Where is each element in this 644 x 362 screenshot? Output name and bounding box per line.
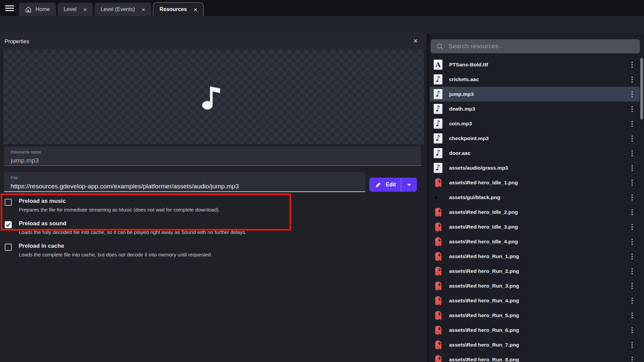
resource-row[interactable]: ♪ death.mp3 xyxy=(430,102,640,116)
tabs: Home Level × Level (Events) × Resources … xyxy=(19,2,204,16)
resources-panel: A PTSans-Bold.ttf ♪ crickets.aac ♪ jump.… xyxy=(430,34,644,362)
kebab-menu-icon[interactable] xyxy=(630,119,634,128)
kebab-menu-icon[interactable] xyxy=(630,355,634,362)
field-label: File xyxy=(11,175,359,180)
search-input[interactable] xyxy=(448,43,640,50)
tab-label: Level (Events) xyxy=(101,6,135,12)
resource-name: PTSans-Bold.ttf xyxy=(449,62,488,68)
kebab-menu-icon[interactable] xyxy=(630,134,634,143)
resource-row[interactable]: ♪ checkpoint.mp3 xyxy=(430,131,640,146)
sprite-file-icon xyxy=(434,266,442,276)
kebab-menu-icon[interactable] xyxy=(630,149,634,158)
sprite-file-icon xyxy=(434,237,442,247)
resource-row[interactable]: assets/gui/black.png xyxy=(430,190,640,205)
kebab-menu-icon[interactable] xyxy=(630,311,634,320)
kebab-menu-icon[interactable] xyxy=(630,178,634,187)
black-file-icon xyxy=(434,192,442,202)
resource-row[interactable]: assets\Red hero_Run_4.png xyxy=(430,293,640,308)
preload-option: Preload as music Prepares the file for i… xyxy=(5,197,340,213)
preload-checkbox[interactable] xyxy=(5,221,12,228)
audio-file-icon: ♪ xyxy=(434,133,442,143)
audio-file-icon: ♪ xyxy=(434,163,442,173)
kebab-menu-icon[interactable] xyxy=(630,193,634,202)
kebab-menu-icon[interactable] xyxy=(630,326,634,335)
resource-name: assets\Red hero_Idle_4.png xyxy=(449,239,518,245)
preload-option: Preload in cache Loads the complete file… xyxy=(5,242,340,258)
tab-label: Level xyxy=(64,6,76,12)
resource-row[interactable]: ♪ crickets.aac xyxy=(430,72,640,87)
resource-row[interactable]: assets\Red hero_Run_7.png xyxy=(430,338,640,352)
resource-row[interactable]: ♪ assets/audio/grass.mp3 xyxy=(430,161,640,175)
sprite-file-icon xyxy=(434,310,442,320)
kebab-menu-icon[interactable] xyxy=(630,237,634,246)
kebab-menu-icon[interactable] xyxy=(630,164,634,172)
resource-row[interactable]: assets\Red hero_Idle_3.png xyxy=(430,220,640,234)
sprite-file-icon xyxy=(434,296,442,306)
preload-options: Preload as music Prepares the file for i… xyxy=(5,197,340,264)
main-menu-icon[interactable] xyxy=(5,5,14,11)
sprite-file-icon xyxy=(434,251,442,261)
resource-row[interactable]: assets\Red hero_Run_3.png xyxy=(430,279,640,293)
kebab-menu-icon[interactable] xyxy=(630,208,634,217)
resource-row[interactable]: assets\Red hero_Run_1.png xyxy=(430,249,640,264)
file-field[interactable]: File https://resources.gdevelop-app.com/… xyxy=(4,172,365,192)
preload-checkbox[interactable] xyxy=(5,199,12,206)
kebab-menu-icon[interactable] xyxy=(630,60,634,69)
resource-row[interactable]: assets\Red hero_Run_6.png xyxy=(430,323,640,338)
resource-row[interactable]: assets\Red hero_Idle_1.png xyxy=(430,175,640,190)
option-description: Loads the fully decoded file into cache,… xyxy=(19,229,247,236)
resource-name-field: Resource name jump.mp3 xyxy=(4,146,421,166)
option-label: Preload in cache xyxy=(19,242,212,250)
resource-row[interactable]: ♪ coin.mp3 xyxy=(430,116,640,131)
audio-file-icon: ♪ xyxy=(434,119,442,129)
close-tab-icon[interactable]: × xyxy=(194,6,197,13)
tab-level[interactable]: Level × xyxy=(58,3,93,16)
kebab-menu-icon[interactable] xyxy=(630,267,634,276)
resource-name: crickets.aac xyxy=(449,76,479,82)
resource-row[interactable]: ♪ door.aac xyxy=(430,146,640,161)
home-icon xyxy=(25,6,32,13)
resource-row[interactable]: ♪ jump.mp3 xyxy=(430,87,640,102)
resource-name: assets\Red hero_Run_8.png xyxy=(449,357,519,362)
resource-list: A PTSans-Bold.ttf ♪ crickets.aac ♪ jump.… xyxy=(430,57,644,362)
tab-level-events[interactable]: Level (Events) × xyxy=(95,3,151,16)
resource-row[interactable]: assets\Red hero_Run_5.png xyxy=(430,308,640,323)
audio-file-icon: ♪ xyxy=(434,104,442,114)
close-tab-icon[interactable]: × xyxy=(142,6,145,13)
tab-home[interactable]: Home xyxy=(19,3,56,16)
sprite-file-icon xyxy=(434,281,442,291)
close-tab-icon[interactable]: × xyxy=(83,6,87,13)
edit-dropdown-arrow[interactable] xyxy=(401,183,417,186)
resource-name: assets/audio/grass.mp3 xyxy=(449,165,508,171)
tab-resources[interactable]: Resources × xyxy=(153,2,204,16)
font-file-icon: A xyxy=(434,60,442,70)
search-icon xyxy=(436,43,444,50)
field-label: Resource name xyxy=(11,149,414,155)
kebab-menu-icon[interactable] xyxy=(630,90,634,99)
pencil-icon xyxy=(375,182,381,188)
kebab-menu-icon[interactable] xyxy=(630,223,634,231)
field-value: jump.mp3 xyxy=(11,157,414,164)
resource-row[interactable]: assets\Red hero_Run_2.png xyxy=(430,264,640,279)
kebab-menu-icon[interactable] xyxy=(630,252,634,261)
edit-button[interactable]: Edit xyxy=(369,178,417,192)
kebab-menu-icon[interactable] xyxy=(630,341,634,349)
sprite-file-icon xyxy=(434,355,442,362)
preload-checkbox[interactable] xyxy=(5,244,12,251)
scrollbar-thumb[interactable] xyxy=(640,58,643,119)
resource-row[interactable]: assets\Red hero_Idle_2.png xyxy=(430,205,640,220)
sprite-file-icon xyxy=(434,178,442,188)
resource-row[interactable]: assets\Red hero_Run_8.png xyxy=(430,352,640,362)
kebab-menu-icon[interactable] xyxy=(630,105,634,113)
resource-name: assets\Red hero_Idle_3.png xyxy=(449,224,518,230)
kebab-menu-icon[interactable] xyxy=(630,282,634,290)
kebab-menu-icon[interactable] xyxy=(630,75,634,84)
resource-row[interactable]: assets\Red hero_Idle_4.png xyxy=(430,234,640,249)
sprite-file-icon xyxy=(434,325,442,335)
kebab-menu-icon[interactable] xyxy=(630,296,634,305)
option-label: Preload as sound xyxy=(19,220,247,227)
sprite-file-icon xyxy=(434,222,442,232)
properties-header: Properties ✕ xyxy=(0,34,427,50)
resource-row[interactable]: A PTSans-Bold.ttf xyxy=(430,57,640,72)
close-panel-icon[interactable]: ✕ xyxy=(413,38,418,45)
